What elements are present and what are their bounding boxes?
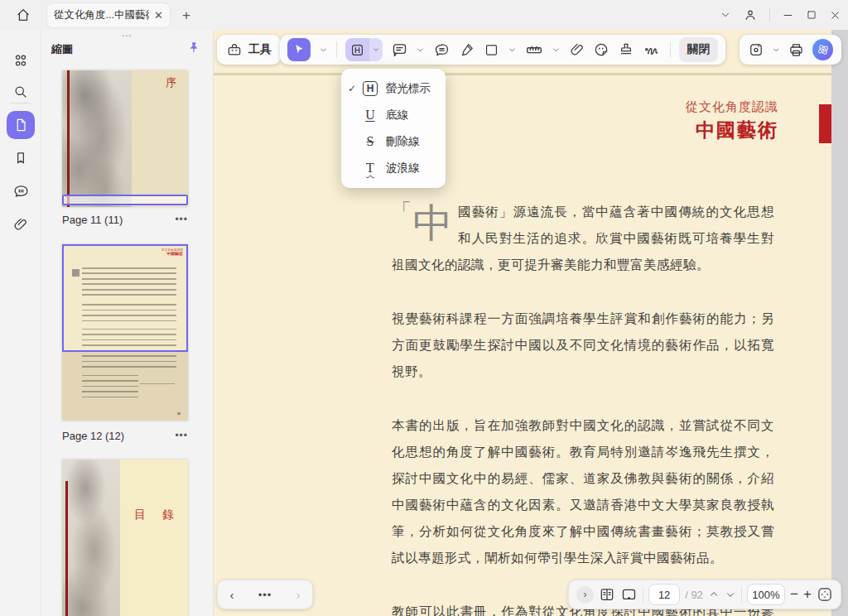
toolbar-separator bbox=[336, 41, 337, 58]
note-icon bbox=[391, 41, 408, 59]
paragraph-2: 視覺藝術科課程一方面強調培養學生評賞和創作藝術的能力；另方面更鼓勵學生探討中國以… bbox=[392, 306, 774, 385]
highlight-caret-button[interactable] bbox=[369, 38, 383, 61]
underline-glyph-icon: U bbox=[362, 108, 378, 123]
user-icon[interactable] bbox=[743, 7, 758, 22]
previous-page-icon[interactable] bbox=[708, 589, 720, 600]
sticker-icon bbox=[593, 41, 610, 58]
thumbnail-page-11[interactable]: 序 bbox=[62, 70, 188, 207]
forward-button[interactable]: › bbox=[296, 588, 300, 602]
title-bar: 從文化角度...中國藝術* ✕ + bbox=[0, 0, 848, 30]
thumbnails-panel-button[interactable] bbox=[7, 111, 35, 139]
page-header-line1: 從文化角度認識 bbox=[686, 99, 778, 115]
select-tool-caret-icon[interactable] bbox=[319, 46, 328, 55]
viewport-indicator[interactable] bbox=[62, 244, 188, 352]
stamp-icon bbox=[618, 41, 634, 58]
save-button[interactable] bbox=[748, 41, 764, 58]
expand-bar-button[interactable]: › bbox=[576, 586, 594, 604]
page12-label: Page 12 (12) bbox=[62, 430, 124, 442]
note-tool-button[interactable] bbox=[391, 41, 408, 59]
tools-label: 工具 bbox=[248, 42, 272, 57]
menu-item-highlight[interactable]: ✓ H 螢光標示 bbox=[341, 75, 446, 102]
page-layout-button[interactable] bbox=[599, 586, 615, 603]
close-window-icon[interactable] bbox=[829, 9, 841, 22]
zoom-in-button[interactable]: + bbox=[803, 586, 812, 603]
fit-screen-icon bbox=[817, 586, 833, 603]
thumbnail-page-12[interactable]: 從文化角度認識 中國藝術 bbox=[62, 244, 188, 421]
highlight-icon bbox=[349, 42, 365, 58]
viewport-indicator[interactable] bbox=[62, 195, 188, 205]
stamp-tool-button[interactable] bbox=[618, 41, 634, 58]
fit-screen-button[interactable] bbox=[817, 586, 833, 603]
presentation-button[interactable] bbox=[620, 586, 638, 604]
ai-icon bbox=[816, 42, 831, 57]
page11-corner-text: 序 bbox=[166, 75, 176, 90]
measure-tool-button[interactable] bbox=[525, 41, 543, 59]
text-comment-icon bbox=[433, 41, 450, 59]
menu-item-squiggly[interactable]: T 波浪線 bbox=[341, 155, 446, 181]
signature-tool-button[interactable] bbox=[643, 41, 662, 60]
zoom-level-button[interactable]: 100% bbox=[747, 584, 785, 605]
comment-bubble-icon bbox=[12, 183, 30, 200]
page-number-input[interactable] bbox=[648, 584, 680, 605]
maximize-icon[interactable] bbox=[806, 9, 817, 21]
page-gap bbox=[214, 73, 831, 75]
chevron-down-icon[interactable] bbox=[720, 9, 731, 21]
highlight-tool-button[interactable] bbox=[345, 38, 383, 61]
statusbar-separator bbox=[741, 586, 742, 603]
pin-icon[interactable] bbox=[186, 41, 201, 55]
new-tab-button[interactable]: + bbox=[177, 7, 195, 25]
search-button[interactable] bbox=[7, 78, 35, 106]
thumbnail-page-13[interactable]: 目 錄 bbox=[62, 460, 188, 616]
mini-signature-line bbox=[140, 383, 175, 387]
page11-label: Page 11 (11) bbox=[62, 214, 123, 226]
ink-painting bbox=[62, 70, 132, 207]
ai-assistant-button[interactable] bbox=[812, 39, 833, 60]
page-controls-bar: › / 92 100% − + bbox=[568, 580, 841, 609]
pen-tool-button[interactable] bbox=[459, 41, 475, 58]
two-page-view-icon bbox=[599, 586, 615, 603]
tab-close-icon[interactable]: ✕ bbox=[154, 9, 163, 22]
bookmarks-button[interactable] bbox=[7, 144, 35, 172]
panel-drag-handle[interactable]: ⋯ bbox=[41, 30, 213, 41]
ink-painting bbox=[62, 460, 120, 616]
thumbnail-label-11: Page 11 (11) ••• bbox=[62, 212, 188, 227]
document-tab[interactable]: 從文化角度...中國藝術* ✕ bbox=[46, 2, 171, 28]
search-icon bbox=[12, 84, 29, 100]
bookmark-icon bbox=[12, 150, 29, 166]
checkmark-icon: ✓ bbox=[348, 83, 359, 94]
history-more-button[interactable]: ••• bbox=[258, 589, 272, 601]
close-toolbar-button[interactable]: 關閉 bbox=[679, 37, 718, 62]
page12-more-button[interactable]: ••• bbox=[175, 430, 188, 441]
tools-button[interactable]: 工具 bbox=[217, 35, 281, 65]
measure-caret-icon[interactable] bbox=[552, 46, 561, 55]
tab-title: 從文化角度...中國藝術* bbox=[54, 8, 149, 22]
back-button[interactable]: ‹ bbox=[230, 588, 234, 602]
menu-item-underline[interactable]: U 底線 bbox=[341, 102, 446, 128]
paperclip-icon bbox=[12, 216, 29, 233]
shape-caret-icon[interactable] bbox=[508, 46, 517, 55]
next-page-icon[interactable] bbox=[725, 589, 736, 600]
annotation-toolbar: 關閉 bbox=[280, 35, 725, 65]
document-canvas[interactable]: 從文化角度認識 中國藝術 「中國藝術」源遠流長，當中蘊含著中國傳統的文化思想和人… bbox=[214, 30, 848, 616]
select-tool-button[interactable] bbox=[287, 38, 311, 61]
print-button[interactable] bbox=[788, 41, 805, 59]
grid-view-button[interactable] bbox=[7, 46, 35, 75]
note-caret-icon[interactable] bbox=[416, 46, 425, 55]
scrollbar-gutter[interactable] bbox=[831, 30, 848, 616]
red-rule bbox=[65, 481, 68, 616]
attachments-button[interactable] bbox=[7, 210, 35, 238]
comments-button[interactable] bbox=[7, 177, 35, 205]
menu-item-strikethrough[interactable]: S 刪除線 bbox=[341, 128, 446, 155]
page11-more-button[interactable]: ••• bbox=[175, 214, 188, 225]
menu-label: 波浪線 bbox=[386, 161, 420, 176]
zoom-out-button[interactable]: − bbox=[790, 586, 798, 603]
attach-tool-button[interactable] bbox=[569, 41, 585, 58]
home-button[interactable] bbox=[12, 4, 35, 26]
minimize-icon[interactable] bbox=[782, 9, 794, 22]
shape-tool-button[interactable] bbox=[484, 42, 499, 58]
text-comment-tool-button[interactable] bbox=[433, 41, 450, 59]
history-nav-bar: ‹ ••• › bbox=[217, 580, 313, 609]
sticker-tool-button[interactable] bbox=[593, 41, 610, 58]
highlight-caret-icon bbox=[372, 46, 380, 54]
save-caret-icon[interactable] bbox=[772, 46, 780, 55]
